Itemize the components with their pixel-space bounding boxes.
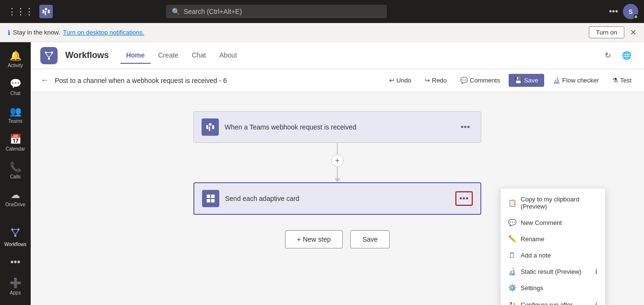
refresh-icon[interactable]: ↻: [600, 48, 615, 63]
comments-label: Comments: [470, 77, 500, 84]
menu-item-static[interactable]: 🔬 Static result (Preview) ℹ: [501, 263, 605, 280]
workflow-title: Post to a channel when a webhook request…: [55, 77, 381, 84]
apps-grid-icon[interactable]: ⋮⋮⋮: [6, 4, 36, 19]
search-icon: 🔍: [172, 8, 180, 15]
save-icon: 💾: [514, 77, 522, 84]
sidebar-item-label: Workflows: [4, 242, 26, 247]
menu-item-configure[interactable]: ↻ Configure run after ℹ: [501, 296, 605, 305]
avatar[interactable]: S: [623, 4, 638, 19]
new-step-button[interactable]: + New step: [285, 230, 343, 248]
activity-icon: 🔔: [10, 50, 22, 61]
svg-point-0: [11, 228, 13, 231]
menu-item-rename-label: Rename: [521, 235, 544, 243]
svg-line-11: [46, 53, 49, 57]
menu-item-rename[interactable]: ✏️ Rename: [501, 231, 605, 247]
search-bar[interactable]: 🔍 Search (Ctrl+Alt+E): [166, 5, 387, 18]
add-step-button[interactable]: +: [331, 154, 344, 167]
sidebar: 🔔 Activity 💬 Chat 👥 Teams 📅 Calendar 📞 C…: [0, 42, 31, 305]
settings-icon: ⚙️: [508, 284, 516, 292]
svg-rect-15: [211, 199, 215, 202]
apps-icon: ➕: [10, 277, 22, 289]
sidebar-item-chat[interactable]: 💬 Chat: [2, 74, 29, 100]
turn-on-button[interactable]: Turn on: [589, 26, 624, 38]
sidebar-bottom: ••• ➕ Apps: [2, 253, 29, 305]
trigger-node-more[interactable]: •••: [458, 121, 473, 133]
sidebar-more[interactable]: •••: [2, 253, 29, 271]
undo-button[interactable]: ↩ Undo: [384, 74, 416, 87]
test-icon: ⚗: [612, 77, 618, 84]
svg-point-6: [45, 51, 47, 54]
sidebar-item-calls[interactable]: 📞 Calls: [2, 157, 29, 183]
menu-item-copy[interactable]: 📋 Copy to my clipboard (Preview): [501, 191, 605, 214]
sidebar-item-activity[interactable]: 🔔 Activity: [2, 46, 29, 72]
sidebar-item-onedrive[interactable]: ☁ OneDrive: [2, 185, 29, 211]
action-node[interactable]: Send each adaptive card •••: [193, 182, 481, 215]
action-node-icon: [202, 190, 219, 207]
nav-create[interactable]: Create: [153, 47, 184, 64]
app-header-right: ↻ 🌐: [600, 48, 634, 63]
app-header: Workflows Home Create Chat About ↻ 🌐: [31, 42, 644, 69]
comments-button[interactable]: 💬 Comments: [455, 74, 505, 87]
workflows-icon: [10, 227, 21, 240]
close-notif-icon[interactable]: ✕: [630, 28, 636, 37]
menu-item-comment-label: New Comment: [521, 219, 562, 226]
top-bar-right: ••• S: [609, 4, 638, 19]
globe-icon[interactable]: 🌐: [619, 48, 634, 63]
sidebar-item-label: Apps: [10, 290, 21, 295]
connector-arrow: [334, 178, 340, 182]
test-button[interactable]: ⚗ Test: [608, 74, 636, 87]
svg-point-8: [48, 58, 50, 60]
connector-line-bottom: [337, 167, 338, 178]
svg-line-4: [15, 231, 18, 235]
teams-logo: [39, 5, 53, 18]
notification-bar: ℹ Stay in the know. Turn on desktop noti…: [0, 23, 644, 42]
comments-icon: 💬: [460, 77, 468, 84]
static-icon: 🔬: [508, 268, 516, 275]
sidebar-item-label: OneDrive: [5, 202, 25, 207]
app-icon: [40, 47, 58, 64]
nav-chat[interactable]: Chat: [186, 47, 212, 64]
flow-checker-icon: 🔬: [553, 77, 561, 84]
svg-rect-13: [207, 199, 210, 202]
comment-icon: 💬: [508, 219, 516, 226]
sidebar-item-calendar[interactable]: 📅 Calendar: [2, 129, 29, 155]
canvas-save-button[interactable]: Save: [350, 230, 390, 248]
flow-checker-button[interactable]: 🔬 Flow checker: [548, 74, 604, 87]
menu-item-note[interactable]: 🗒 Add a note: [501, 247, 605, 263]
copy-icon: 📋: [508, 199, 516, 207]
teams-icon: 👥: [10, 106, 22, 117]
back-button[interactable]: ←: [38, 73, 51, 87]
nav-about[interactable]: About: [214, 47, 243, 64]
search-placeholder: Search (Ctrl+Alt+E): [184, 8, 242, 15]
save-label: Save: [524, 77, 538, 84]
menu-item-copy-label: Copy to my clipboard (Preview): [521, 196, 597, 210]
action-node-more[interactable]: •••: [455, 191, 473, 206]
more-options-icon[interactable]: •••: [609, 7, 618, 17]
undo-label: Undo: [396, 77, 411, 84]
avatar-status-badge: [633, 14, 638, 19]
nav-home[interactable]: Home: [120, 47, 151, 64]
calls-icon: 📞: [10, 161, 22, 173]
calendar-icon: 📅: [10, 133, 22, 145]
app-title: Workflows: [65, 50, 109, 60]
svg-line-5: [12, 231, 15, 235]
svg-point-7: [51, 51, 53, 54]
sidebar-item-workflows[interactable]: Workflows: [2, 223, 29, 251]
context-menu: 📋 Copy to my clipboard (Preview) 💬 New C…: [500, 188, 606, 305]
trigger-node-label: When a Teams webhook request is received: [225, 123, 452, 131]
menu-item-settings[interactable]: ⚙️ Settings: [501, 280, 605, 296]
redo-button[interactable]: ↪ Redo: [420, 74, 452, 87]
canvas-wrapper: When a Teams webhook request is received…: [31, 92, 644, 305]
menu-item-note-label: Add a note: [521, 252, 551, 259]
menu-item-comment[interactable]: 💬 New Comment: [501, 214, 605, 231]
sidebar-item-teams[interactable]: 👥 Teams: [2, 102, 29, 128]
notif-link[interactable]: Turn on desktop notifications.: [63, 29, 144, 36]
sidebar-item-apps[interactable]: ➕ Apps: [2, 273, 29, 299]
flow-checker-label: Flow checker: [562, 77, 599, 84]
svg-point-1: [17, 228, 20, 231]
trigger-node[interactable]: When a Teams webhook request is received…: [193, 111, 481, 143]
save-button[interactable]: 💾 Save: [509, 74, 544, 87]
sidebar-item-label: Activity: [8, 63, 23, 68]
notif-bar-right: Turn on ✕: [589, 26, 636, 38]
menu-item-settings-label: Settings: [521, 284, 543, 292]
